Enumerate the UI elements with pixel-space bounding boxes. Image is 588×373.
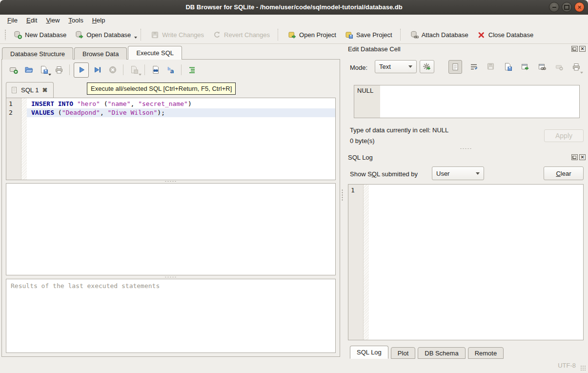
save-sql-dropdown[interactable] [48,74,51,76]
new-database-button[interactable]: New Database [9,27,71,42]
grid-message-splitter[interactable] [6,275,336,279]
dock-tab-sql-log[interactable]: SQL Log [350,346,388,359]
close-database-button[interactable]: Close Database [473,27,538,42]
save-results-button[interactable] [127,63,141,77]
save-results-dropdown[interactable] [139,74,142,76]
app-window: DB Browser for SQLite - /home/user/code/… [0,0,588,373]
auto-completion-button[interactable]: b a [164,63,177,77]
menu-view[interactable]: View [41,16,64,25]
menubar: File Edit View Tools Help [0,15,588,26]
format-sql-button[interactable] [185,63,199,77]
close-panel-button[interactable]: ✕ [579,154,586,160]
sql-tab-close-icon[interactable]: ✖ [42,87,47,93]
dock-panels-splitter[interactable] [344,147,588,150]
mode-combobox[interactable]: Text [375,60,417,73]
editor-code-line[interactable]: INSERT INTO "hero" ("name", "secret_name… [27,100,335,108]
titlebar[interactable]: DB Browser for SQLite - /home/user/code/… [0,0,588,15]
menu-edit[interactable]: Edit [22,16,41,25]
menu-help[interactable]: Help [88,16,110,25]
sql-log-title: SQL Log [348,154,373,161]
float-panel-button[interactable] [571,46,578,52]
import-cell-button[interactable] [486,62,496,72]
attach-database-icon [410,31,419,39]
export-cell-button[interactable] [503,62,513,72]
dock-tab-bar: SQL Log Plot DB Schema Remote [350,346,506,359]
import-dropdown[interactable] [580,72,583,74]
tab-execute-sql[interactable]: Execute SQL [128,46,182,60]
sql-editor[interactable]: 12 INSERT INTO "hero" ("name", "secret_n… [6,98,336,180]
revert-changes-button[interactable]: Revert Changes [208,27,274,42]
stop-button[interactable] [106,63,119,77]
open-database-button[interactable]: Open Database [71,27,135,42]
format-sql-icon [188,65,197,74]
export-cell-icon [504,62,512,71]
dock-tab-remote[interactable]: Remote [468,347,504,359]
sql-tab-label: SQL 1 [21,86,39,94]
write-changes-button[interactable]: Write Changes [146,27,208,42]
close-panel-icon: ✕ [581,47,585,51]
dock-tab-db-schema[interactable]: DB Schema [418,347,465,359]
window-controls: × [549,2,585,12]
text-mode-button[interactable] [448,60,462,74]
clear-log-button[interactable]: Clear [544,166,584,180]
word-wrap-button[interactable] [468,62,479,72]
close-window-button[interactable]: × [574,2,585,12]
sql-1-tab[interactable]: SQL 1 ✖ [6,82,54,98]
set-null-button[interactable] [554,62,565,72]
minimize-button[interactable] [549,2,559,12]
maximize-button[interactable] [562,2,572,12]
sql-log-panel: SQL Log ✕ Show SQL submitted by User Cle… [344,152,588,359]
execute-line-button[interactable] [91,63,104,77]
write-changes-icon [151,31,159,39]
find-replace-button[interactable] [149,63,162,77]
execute-all-button[interactable] [74,62,89,78]
tab-database-structure[interactable]: Database Structure [2,47,73,60]
execute-line-icon [93,65,102,74]
results-placeholder: Results of the last executed statements [11,282,160,290]
close-panel-button[interactable]: ✕ [579,46,586,52]
link-cell-button[interactable] [537,62,547,72]
toolbar-separator [400,29,403,41]
editor-code[interactable]: INSERT INTO "hero" ("name", "secret_name… [27,98,335,180]
open-external-button[interactable] [520,62,530,72]
main-tab-bar: Database Structure Browse Data Execute S… [2,46,183,60]
open-database-icon [75,31,83,39]
sql-log-filter-combobox[interactable]: User [432,166,484,180]
save-project-button[interactable]: Save Project [341,27,397,42]
open-sql-file-button[interactable] [22,63,35,77]
auto-mode-button[interactable] [420,60,434,73]
editor-results-splitter[interactable] [6,180,336,183]
revert-changes-icon [213,31,221,39]
window-title: DB Browser for SQLite - /home/user/code/… [59,3,529,11]
main-dock-splitter[interactable] [341,188,344,201]
editor-code-line[interactable]: VALUES ("Deadpond", "Dive Wilson"); [27,108,335,117]
open-database-dropdown[interactable] [134,37,137,39]
dock-tab-plot[interactable]: Plot [391,347,415,359]
cell-value-editor[interactable]: NULL [354,85,580,118]
results-message-pane[interactable]: Results of the last executed statements [6,279,336,353]
chevron-down-icon [476,172,480,175]
new-sql-tab-button[interactable] [7,63,20,77]
resize-grip[interactable] [580,365,587,372]
cell-type-info: Type of data currently in cell: NULL [350,126,448,134]
float-panel-button[interactable] [571,154,578,160]
menu-tools[interactable]: Tools [64,16,87,25]
tab-browse-data[interactable]: Browse Data [74,47,127,60]
menu-file[interactable]: File [3,16,22,25]
print-sql-button[interactable] [52,63,65,77]
maximize-icon [564,5,569,10]
attach-database-button[interactable]: Attach Database [406,27,473,42]
open-project-button[interactable]: Open Project [284,27,341,42]
toolbar-drag-handle[interactable] [4,29,7,40]
sql-toolbar-separator [181,64,182,75]
results-grid-pane[interactable] [6,183,336,275]
save-sql-file-button[interactable] [37,63,50,77]
close-icon: × [578,4,582,10]
save-project-icon [345,31,353,39]
apply-button[interactable]: Apply [544,129,584,142]
execute-all-tooltip: Execute all/selected SQL [Ctrl+Return, F… [87,83,236,95]
sql-log-gutter: 1 [348,185,364,340]
sql-log-area[interactable]: 1 [348,184,584,340]
print-cell-button[interactable] [571,62,582,72]
toolbar-separator [141,29,143,41]
